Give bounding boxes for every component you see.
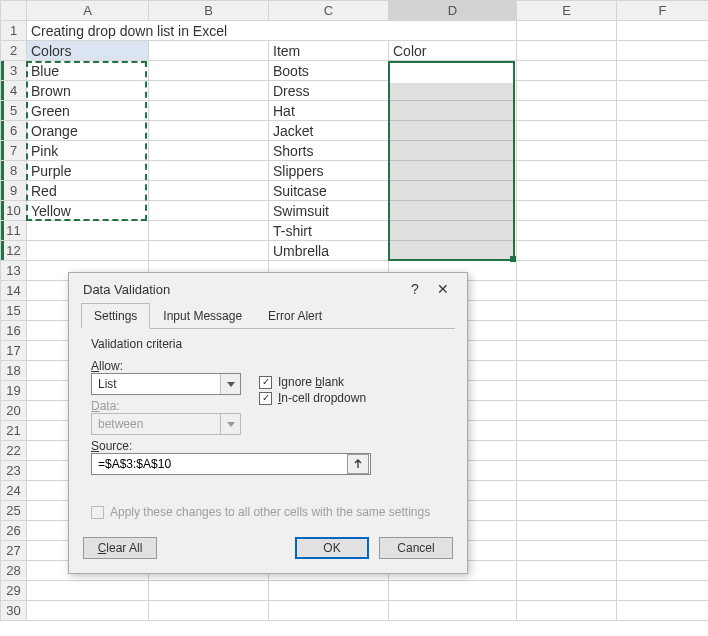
- ok-button[interactable]: OK: [295, 537, 369, 559]
- cell-F8[interactable]: [617, 161, 709, 181]
- cell-item-1[interactable]: Dress: [269, 81, 389, 101]
- cell-D4[interactable]: [389, 81, 517, 101]
- row-24[interactable]: 24: [1, 481, 27, 501]
- row-28[interactable]: 28: [1, 561, 27, 581]
- row-9[interactable]: 9: [1, 181, 27, 201]
- cell-F22[interactable]: [617, 441, 709, 461]
- cell-E5[interactable]: [517, 101, 617, 121]
- cell-color-0[interactable]: Blue: [27, 61, 149, 81]
- cell-E18[interactable]: [517, 361, 617, 381]
- col-B[interactable]: B: [149, 1, 269, 21]
- close-button[interactable]: ✕: [429, 281, 457, 297]
- cell-color-6[interactable]: Red: [27, 181, 149, 201]
- cell-A29[interactable]: [27, 581, 149, 601]
- cell-B7[interactable]: [149, 141, 269, 161]
- cell-F2[interactable]: [617, 41, 709, 61]
- cell-F5[interactable]: [617, 101, 709, 121]
- cell-B6[interactable]: [149, 121, 269, 141]
- row-1[interactable]: 1: [1, 21, 27, 41]
- cell-D3[interactable]: [389, 61, 517, 81]
- row-14[interactable]: 14: [1, 281, 27, 301]
- row-29[interactable]: 29: [1, 581, 27, 601]
- cell-F11[interactable]: [617, 221, 709, 241]
- cell-E19[interactable]: [517, 381, 617, 401]
- cell-E8[interactable]: [517, 161, 617, 181]
- cell-F6[interactable]: [617, 121, 709, 141]
- cell-B4[interactable]: [149, 81, 269, 101]
- cell-D8[interactable]: [389, 161, 517, 181]
- cell-E6[interactable]: [517, 121, 617, 141]
- cell-color-1[interactable]: Brown: [27, 81, 149, 101]
- row-19[interactable]: 19: [1, 381, 27, 401]
- cell-F18[interactable]: [617, 361, 709, 381]
- cell-F4[interactable]: [617, 81, 709, 101]
- row-21[interactable]: 21: [1, 421, 27, 441]
- tab-error-alert[interactable]: Error Alert: [255, 303, 335, 329]
- cell-D11[interactable]: [389, 221, 517, 241]
- cell-B8[interactable]: [149, 161, 269, 181]
- cell-F28[interactable]: [617, 561, 709, 581]
- cell-E26[interactable]: [517, 521, 617, 541]
- cell-D2[interactable]: Color: [389, 41, 517, 61]
- cell-B30[interactable]: [149, 601, 269, 621]
- cell-F9[interactable]: [617, 181, 709, 201]
- cell-E27[interactable]: [517, 541, 617, 561]
- cell-F1[interactable]: [617, 21, 709, 41]
- incell-dropdown-checkbox[interactable]: ✓ In-cell dropdown: [259, 391, 366, 405]
- cell-E4[interactable]: [517, 81, 617, 101]
- cell-B10[interactable]: [149, 201, 269, 221]
- clear-all-button[interactable]: Clear All: [83, 537, 157, 559]
- cell-E14[interactable]: [517, 281, 617, 301]
- col-E[interactable]: E: [517, 1, 617, 21]
- cell-D5[interactable]: [389, 101, 517, 121]
- cell-E11[interactable]: [517, 221, 617, 241]
- cell-E3[interactable]: [517, 61, 617, 81]
- cell-F10[interactable]: [617, 201, 709, 221]
- cell-color-7[interactable]: Yellow: [27, 201, 149, 221]
- row-18[interactable]: 18: [1, 361, 27, 381]
- col-A[interactable]: A: [27, 1, 149, 21]
- range-picker-icon[interactable]: [347, 454, 369, 474]
- row-16[interactable]: 16: [1, 321, 27, 341]
- cell-F7[interactable]: [617, 141, 709, 161]
- select-all[interactable]: [1, 1, 27, 21]
- cell-E1[interactable]: [517, 21, 617, 41]
- row-7[interactable]: 7: [1, 141, 27, 161]
- cell-F30[interactable]: [617, 601, 709, 621]
- cell-F14[interactable]: [617, 281, 709, 301]
- cell-color-2[interactable]: Green: [27, 101, 149, 121]
- row-13[interactable]: 13: [1, 261, 27, 281]
- cell-item-3[interactable]: Jacket: [269, 121, 389, 141]
- cell-item-0[interactable]: Boots: [269, 61, 389, 81]
- cell-C29[interactable]: [269, 581, 389, 601]
- cell-E16[interactable]: [517, 321, 617, 341]
- row-22[interactable]: 22: [1, 441, 27, 461]
- cell-E29[interactable]: [517, 581, 617, 601]
- row-5[interactable]: 5: [1, 101, 27, 121]
- tab-input-message[interactable]: Input Message: [150, 303, 255, 329]
- cell-E23[interactable]: [517, 461, 617, 481]
- source-field[interactable]: [92, 457, 346, 471]
- row-25[interactable]: 25: [1, 501, 27, 521]
- cell-E28[interactable]: [517, 561, 617, 581]
- cell-B9[interactable]: [149, 181, 269, 201]
- row-10[interactable]: 10: [1, 201, 27, 221]
- cell-item-2[interactable]: Hat: [269, 101, 389, 121]
- cell-E22[interactable]: [517, 441, 617, 461]
- row-2[interactable]: 2: [1, 41, 27, 61]
- row-15[interactable]: 15: [1, 301, 27, 321]
- cell-E21[interactable]: [517, 421, 617, 441]
- help-button[interactable]: ?: [401, 281, 429, 297]
- cell-F12[interactable]: [617, 241, 709, 261]
- cell-B2[interactable]: [149, 41, 269, 61]
- cell-B12[interactable]: [149, 241, 269, 261]
- allow-combo[interactable]: List: [91, 373, 241, 395]
- cell-F21[interactable]: [617, 421, 709, 441]
- cell-F23[interactable]: [617, 461, 709, 481]
- cell-item-6[interactable]: Suitcase: [269, 181, 389, 201]
- cell-E25[interactable]: [517, 501, 617, 521]
- cell-C30[interactable]: [269, 601, 389, 621]
- cell-color-5[interactable]: Purple: [27, 161, 149, 181]
- cell-F16[interactable]: [617, 321, 709, 341]
- cell-D9[interactable]: [389, 181, 517, 201]
